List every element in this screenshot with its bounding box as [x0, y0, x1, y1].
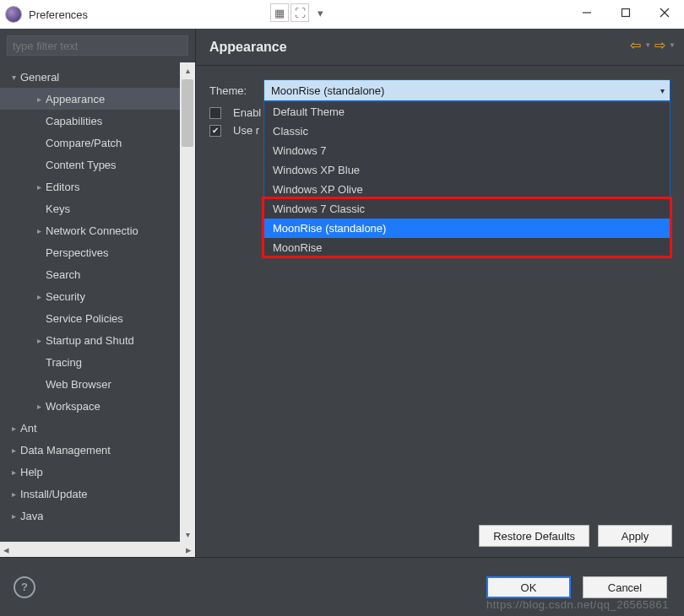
- cancel-button[interactable]: Cancel: [583, 576, 667, 598]
- caret-icon: ▸: [32, 182, 46, 192]
- tree-item-label: Ant: [20, 422, 37, 435]
- tree-item[interactable]: ▸Editors: [0, 176, 180, 197]
- tree-item[interactable]: Perspectives: [0, 241, 180, 263]
- tree-item[interactable]: ▸Help: [0, 461, 180, 483]
- window-title: Preferences: [29, 8, 88, 21]
- dropdown-option[interactable]: MoonRise (standalone): [264, 219, 670, 238]
- theme-label: Theme:: [209, 84, 257, 97]
- nav-forward-icon[interactable]: ⇨: [654, 37, 665, 53]
- caret-icon: ▸: [7, 511, 20, 521]
- help-icon[interactable]: ?: [14, 576, 35, 598]
- tree-item[interactable]: ▸Install/Update: [0, 483, 180, 505]
- tree-item-label: Data Management: [20, 444, 111, 457]
- apply-button[interactable]: Apply: [598, 525, 672, 547]
- nav-forward-menu[interactable]: ▼: [669, 41, 676, 49]
- dropdown-option[interactable]: Windows 7: [264, 141, 670, 160]
- tree-item-label: General: [20, 71, 59, 84]
- filter-input[interactable]: [8, 36, 187, 55]
- minimize-button[interactable]: [567, 0, 606, 25]
- svg-rect-1: [622, 9, 630, 17]
- tree-item-label: Web Browser: [46, 378, 111, 391]
- ok-button[interactable]: OK: [486, 576, 571, 598]
- maximize-button[interactable]: [606, 0, 645, 25]
- page-title: Appearance: [209, 40, 287, 55]
- tree-item[interactable]: Keys: [0, 197, 180, 219]
- tree-item-label: Help: [20, 466, 43, 478]
- tree-item-label: Appearance: [46, 93, 105, 105]
- dropdown-option[interactable]: MoonRise: [264, 238, 670, 257]
- dropdown-icon[interactable]: ▾: [311, 3, 329, 22]
- enable-label: Enabl: [233, 106, 261, 119]
- tree-item[interactable]: Service Policies: [0, 307, 180, 329]
- tree-hscrollbar[interactable]: ◂ ▸: [0, 542, 195, 557]
- tree-item[interactable]: ▸Data Management: [0, 439, 180, 461]
- tree-item[interactable]: ▾General: [0, 66, 180, 88]
- tree-item[interactable]: ▸Workspace: [0, 395, 180, 417]
- detail-header: Appearance ⇦▼ ⇨▼: [196, 29, 684, 66]
- scroll-thumb[interactable]: [182, 79, 193, 147]
- tree-item[interactable]: Capabilities: [0, 110, 180, 132]
- tree-item-label: Content Types: [46, 159, 117, 171]
- tree-item[interactable]: Compare/Patch: [0, 132, 180, 154]
- caret-icon: ▸: [7, 446, 20, 455]
- caret-icon: ▸: [32, 292, 46, 301]
- filter-box[interactable]: [7, 35, 188, 56]
- dialog-footer: ? OK Cancel: [0, 557, 684, 616]
- titlebar: Preferences ▦ ⛶ ▾: [0, 0, 684, 29]
- caret-icon: ▸: [32, 95, 46, 104]
- caret-icon: ▸: [32, 402, 46, 411]
- caret-icon: ▸: [32, 336, 46, 345]
- caret-icon: ▾: [7, 73, 20, 82]
- caret-icon: ▸: [32, 226, 46, 235]
- grid-icon[interactable]: ▦: [270, 3, 289, 22]
- tree-item[interactable]: ▸Java: [0, 505, 180, 527]
- scroll-left-icon[interactable]: ◂: [3, 543, 9, 556]
- tree-item[interactable]: ▸Ant: [0, 417, 180, 439]
- appearance-form: Theme: MoonRise (standalone) ▾ Enabl Use…: [196, 66, 684, 155]
- tree-item-label: Startup and Shutd: [46, 334, 134, 347]
- dropdown-option[interactable]: Windows XP Olive: [264, 180, 670, 199]
- caret-icon: ▸: [7, 489, 20, 499]
- tree-item-label: Service Policies: [46, 312, 123, 325]
- tree-item[interactable]: ▸Appearance: [0, 88, 180, 110]
- theme-combo[interactable]: MoonRise (standalone) ▾: [263, 79, 670, 101]
- tree-item[interactable]: ▸Startup and Shutd: [0, 329, 180, 351]
- theme-dropdown-list[interactable]: Default ThemeClassicWindows 7Windows XP …: [263, 101, 670, 258]
- tree-item[interactable]: Web Browser: [0, 373, 180, 395]
- tree-item-label: Perspectives: [46, 246, 108, 259]
- tree-vscrollbar[interactable]: ▴ ▾: [180, 62, 195, 542]
- use-checkbox[interactable]: [209, 125, 221, 137]
- tree-item-label: Network Connectio: [46, 224, 138, 237]
- nav-back-icon[interactable]: ⇦: [630, 37, 641, 53]
- preferences-tree[interactable]: ▾General▸AppearanceCapabilitiesCompare/P…: [0, 62, 180, 542]
- dropdown-option[interactable]: Default Theme: [264, 102, 670, 122]
- tree-item-label: Search: [46, 268, 80, 281]
- scroll-up-icon[interactable]: ▴: [180, 62, 195, 78]
- expand-icon[interactable]: ⛶: [290, 3, 309, 22]
- tree-item-label: Install/Update: [20, 488, 88, 500]
- tree-item[interactable]: Search: [0, 263, 180, 285]
- tree-item[interactable]: ▸Network Connectio: [0, 219, 180, 241]
- use-label: Use r: [233, 124, 259, 137]
- chevron-down-icon: ▾: [660, 86, 665, 95]
- tree-item-label: Workspace: [46, 400, 100, 413]
- dropdown-option[interactable]: Windows XP Blue: [264, 160, 670, 180]
- tree-item-label: Security: [46, 290, 85, 303]
- tree-item[interactable]: Tracing: [0, 351, 180, 373]
- close-button[interactable]: [645, 0, 684, 25]
- nav-back-menu[interactable]: ▼: [644, 41, 651, 49]
- sidebar: ▾General▸AppearanceCapabilitiesCompare/P…: [0, 29, 196, 557]
- dropdown-option[interactable]: Classic: [264, 122, 670, 141]
- scroll-down-icon[interactable]: ▾: [180, 527, 195, 542]
- tree-item-label: Java: [20, 510, 43, 522]
- detail-pane: Appearance ⇦▼ ⇨▼ Theme: MoonRise (standa…: [196, 29, 684, 557]
- dropdown-option[interactable]: Windows 7 Classic: [264, 199, 670, 219]
- theme-combo-value: MoonRise (standalone): [271, 84, 384, 97]
- caret-icon: ▸: [7, 467, 20, 477]
- restore-defaults-button[interactable]: Restore Defaults: [479, 525, 589, 547]
- tree-item[interactable]: Content Types: [0, 154, 180, 176]
- tree-item[interactable]: ▸Security: [0, 285, 180, 307]
- scroll-right-icon[interactable]: ▸: [186, 543, 192, 556]
- caret-icon: ▸: [7, 424, 20, 433]
- enable-checkbox[interactable]: [209, 107, 221, 119]
